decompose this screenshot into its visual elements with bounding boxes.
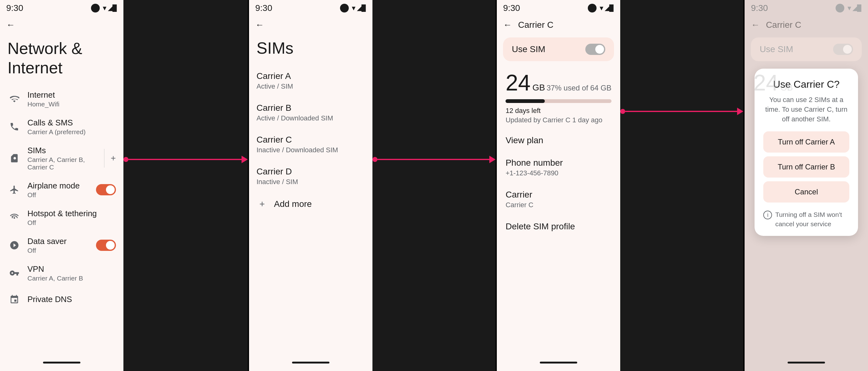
dialog-note: i Turning off a SIM won't cancel your se… bbox=[763, 210, 849, 228]
sim-icon bbox=[7, 151, 21, 165]
nav-bar-4: ← Carrier C bbox=[745, 16, 868, 34]
status-time-2: 9:30 bbox=[255, 3, 272, 13]
sims-label: SIMs bbox=[27, 146, 100, 155]
turn-off-carrier-a-button[interactable]: Turn off Carrier A bbox=[763, 131, 849, 152]
detail-delete-sim[interactable]: Delete SIM profile bbox=[497, 215, 620, 238]
menu-text-datasaver: Data saver Off bbox=[27, 236, 96, 254]
arrow-line-3 bbox=[625, 111, 737, 112]
menu-item-vpn[interactable]: VPN Carrier A, Carrier B bbox=[0, 259, 123, 287]
status-bar-1: 9:30 ▼◢▉ bbox=[0, 0, 123, 16]
data-bar-fill-3 bbox=[505, 99, 545, 103]
signal-icon-4: ▼◢▉ bbox=[846, 4, 862, 12]
arrow-head-1 bbox=[242, 156, 248, 163]
home-indicator-2 bbox=[292, 362, 330, 364]
menu-item-internet[interactable]: Internet Home_Wifi bbox=[0, 85, 123, 113]
phone-number-label: Phone number bbox=[505, 158, 612, 168]
screen-carrier-c-detail: 9:30 ▼◢▉ ← Carrier C Use SIM 24 GB 37% u… bbox=[497, 0, 620, 371]
airplane-label: Airplane mode bbox=[27, 181, 96, 191]
menu-item-sims[interactable]: SIMs Carrier A, Carrier B, Carrier C + bbox=[0, 141, 123, 176]
datasaver-toggle[interactable] bbox=[96, 240, 116, 251]
menu-text-hotspot: Hotspot & tethering Off bbox=[27, 209, 116, 227]
menu-item-airplane[interactable]: Airplane mode Off bbox=[0, 176, 123, 204]
menu-text-privatedns: Private DNS bbox=[27, 294, 116, 304]
page-title-2: SIMs bbox=[249, 34, 372, 65]
vpn-icon bbox=[7, 266, 21, 280]
carrier-label: Carrier bbox=[505, 190, 612, 200]
camera-dot-1 bbox=[91, 4, 100, 12]
data-unit-4: GB bbox=[780, 83, 793, 93]
turn-off-carrier-b-button[interactable]: Turn off Carrier B bbox=[763, 156, 849, 177]
sims-divider bbox=[104, 149, 104, 168]
airplane-sublabel: Off bbox=[27, 191, 96, 199]
use-sim-label-3: Use SIM bbox=[512, 44, 545, 54]
carrier-c-name: Carrier C bbox=[256, 135, 365, 145]
calls-label: Calls & SMS bbox=[27, 118, 116, 127]
signal-icon-2: ▼◢▉ bbox=[351, 4, 366, 12]
screen-use-carrier-c-dialog: 9:30 ▼◢▉ ← Carrier C Use SIM 24 GB Use C… bbox=[745, 0, 868, 371]
dialog-note-text: Turning off a SIM won't cancel your serv… bbox=[775, 210, 849, 228]
menu-item-privatedns[interactable]: Private DNS bbox=[0, 287, 123, 312]
status-bar-4: 9:30 ▼◢▉ bbox=[745, 0, 868, 16]
status-icons-2: ▼◢▉ bbox=[340, 4, 366, 12]
carrier-c-status: Inactive / Downloaded SIM bbox=[256, 146, 365, 154]
data-unit-3: GB bbox=[532, 83, 545, 93]
data-updated-3: Updated by Carrier C 1 day ago bbox=[505, 116, 612, 124]
page-title-1: Network & Internet bbox=[0, 34, 123, 85]
add-more-button[interactable]: + Add more bbox=[249, 192, 372, 216]
nav-bar-3: ← Carrier C bbox=[497, 16, 620, 34]
nav-title-4: Carrier C bbox=[766, 20, 801, 30]
signal-icon-1: ▼◢▉ bbox=[102, 4, 117, 12]
menu-item-datasaver[interactable]: Data saver Off bbox=[0, 231, 123, 259]
data-section-4: 24 GB bbox=[745, 65, 868, 101]
data-percent-3: 37% used of 64 GB bbox=[547, 84, 612, 92]
status-time-4: 9:30 bbox=[751, 3, 768, 13]
menu-text-sims: SIMs Carrier A, Carrier B, Carrier C bbox=[27, 146, 100, 171]
use-sim-toggle-3[interactable] bbox=[585, 44, 605, 55]
home-indicator-4 bbox=[787, 362, 825, 364]
status-time-1: 9:30 bbox=[6, 3, 23, 13]
data-number-3: 24 bbox=[505, 70, 530, 95]
cancel-button[interactable]: Cancel bbox=[763, 181, 849, 202]
data-bar-container-3 bbox=[505, 99, 612, 103]
arrow-dot-1 bbox=[123, 157, 128, 162]
carrier-b-name: Carrier B bbox=[256, 103, 365, 113]
back-button-2[interactable]: ← bbox=[255, 20, 264, 30]
data-days-3: 12 days left bbox=[505, 107, 612, 115]
home-indicator-1 bbox=[43, 362, 81, 364]
sims-actions: + bbox=[100, 149, 116, 168]
airplane-toggle[interactable] bbox=[96, 184, 116, 195]
menu-item-calls-sms[interactable]: Calls & SMS Carrier A (preferred) bbox=[0, 113, 123, 141]
detail-view-plan[interactable]: View plan bbox=[497, 129, 620, 152]
sim-item-carrier-a[interactable]: Carrier A Active / SIM bbox=[249, 65, 372, 97]
hotspot-icon bbox=[7, 210, 21, 224]
arrow-head-3 bbox=[737, 108, 743, 115]
sim-item-carrier-c[interactable]: Carrier C Inactive / Downloaded SIM bbox=[249, 129, 372, 161]
use-sim-card-4: Use SIM bbox=[751, 37, 862, 61]
phone-number-value: +1-123-456-7890 bbox=[505, 169, 612, 177]
carrier-d-name: Carrier D bbox=[256, 167, 365, 177]
menu-text-internet: Internet Home_Wifi bbox=[27, 90, 116, 108]
back-button-1[interactable]: ← bbox=[6, 20, 15, 30]
datasaver-icon bbox=[7, 238, 21, 252]
back-button-3[interactable]: ← bbox=[503, 20, 512, 30]
nav-title-3: Carrier C bbox=[518, 20, 554, 30]
screen-sims: 9:30 ▼◢▉ ← SIMs Carrier A Active / SIM C… bbox=[249, 0, 372, 371]
menu-text-airplane: Airplane mode Off bbox=[27, 181, 96, 199]
calls-sublabel: Carrier A (preferred) bbox=[27, 128, 116, 136]
add-more-label: Add more bbox=[274, 199, 312, 209]
sim-item-carrier-b[interactable]: Carrier B Active / Downloaded SIM bbox=[249, 97, 372, 129]
camera-dot-4 bbox=[836, 4, 844, 12]
view-plan-label: View plan bbox=[505, 136, 612, 145]
airplane-icon bbox=[7, 183, 21, 197]
carrier-d-status: Inactive / SIM bbox=[256, 178, 365, 186]
data-gb-4: 24 GB bbox=[753, 70, 859, 95]
privatedns-icon bbox=[7, 293, 21, 306]
use-sim-card-3: Use SIM bbox=[503, 37, 614, 61]
menu-item-hotspot[interactable]: Hotspot & tethering Off bbox=[0, 204, 123, 231]
add-sim-button[interactable]: + bbox=[111, 153, 116, 163]
detail-carrier[interactable]: Carrier Carrier C bbox=[497, 183, 620, 215]
status-icons-3: ▼◢▉ bbox=[588, 4, 614, 12]
sim-item-carrier-d[interactable]: Carrier D Inactive / SIM bbox=[249, 161, 372, 192]
carrier-a-status: Active / SIM bbox=[256, 82, 365, 90]
detail-phone-number[interactable]: Phone number +1-123-456-7890 bbox=[497, 152, 620, 183]
